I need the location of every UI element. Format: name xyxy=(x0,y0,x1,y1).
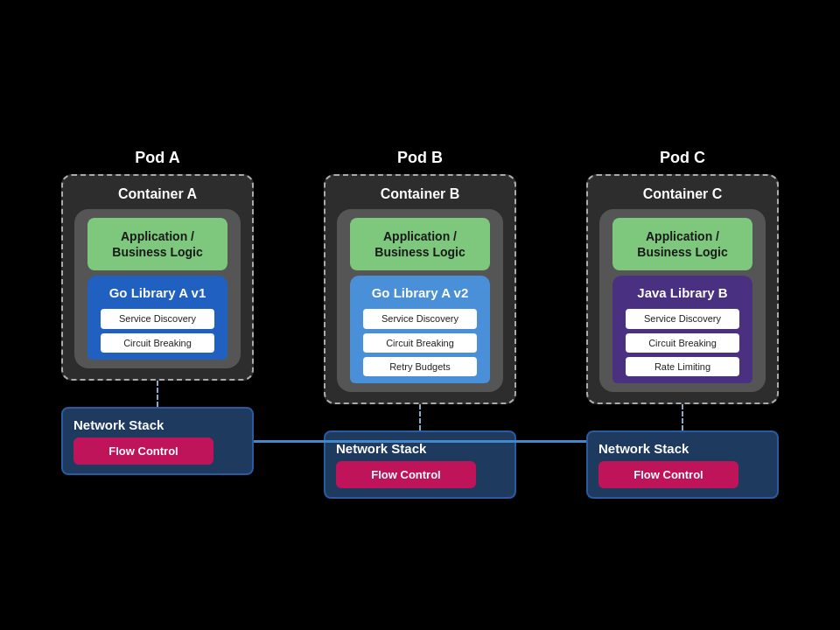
diagram: Pod A Container A Application / Business… xyxy=(26,131,814,500)
container-label-pod-c: Container C xyxy=(643,186,723,202)
pod-box-pod-a: Container A Application / Business Logic… xyxy=(61,174,254,381)
network-stack-label-pod-b: Network Stack xyxy=(336,441,426,456)
pod-pod-a: Pod A Container A Application / Business… xyxy=(26,149,289,475)
library-box-pod-c: Java Library B Service DiscoveryCircuit … xyxy=(612,276,752,383)
library-name-pod-b: Go Library A v2 xyxy=(372,284,469,302)
feature-pod-b-1: Circuit Breaking xyxy=(363,333,477,353)
flow-control-pod-b[interactable]: Flow Control xyxy=(336,461,476,488)
library-name-pod-a: Go Library A v1 xyxy=(109,284,206,302)
pod-pod-b: Pod B Container B Application / Business… xyxy=(289,149,551,500)
feature-pod-c-0: Service Discovery xyxy=(626,309,739,328)
network-stack-pod-c: Network Stack Flow Control xyxy=(586,430,779,499)
feature-pod-b-2: Retry Budgets xyxy=(363,357,477,376)
container-label-pod-b: Container B xyxy=(381,186,460,202)
container-box-pod-a: Application / Business Logic Go Library … xyxy=(74,209,241,368)
pod-label-pod-a: Pod A xyxy=(135,149,179,167)
network-stack-label-pod-a: Network Stack xyxy=(74,417,164,432)
feature-pod-a-0: Service Discovery xyxy=(101,309,214,328)
network-stack-pod-a: Network Stack Flow Control xyxy=(61,407,254,475)
pod-label-pod-b: Pod B xyxy=(397,149,443,167)
feature-pod-b-0: Service Discovery xyxy=(363,309,477,328)
dashed-connector-pod-c xyxy=(682,404,683,430)
app-logic-pod-a: Application / Business Logic xyxy=(88,218,228,270)
library-box-pod-a: Go Library A v1 Service DiscoveryCircuit… xyxy=(88,276,228,360)
dashed-connector-pod-b xyxy=(419,404,421,430)
dashed-connector-pod-a xyxy=(157,381,158,407)
feature-pod-a-1: Circuit Breaking xyxy=(101,333,214,353)
pod-box-pod-c: Container C Application / Business Logic… xyxy=(586,174,779,405)
app-logic-pod-b: Application / Business Logic xyxy=(350,218,490,270)
feature-pod-c-2: Rate Limiting xyxy=(626,357,739,376)
pod-box-pod-b: Container B Application / Business Logic… xyxy=(324,174,516,405)
flow-control-pod-c[interactable]: Flow Control xyxy=(598,461,738,488)
container-label-pod-a: Container A xyxy=(118,186,197,202)
pod-pod-c: Pod C Container C Application / Business… xyxy=(551,149,814,500)
flow-control-pod-a[interactable]: Flow Control xyxy=(74,438,214,465)
container-box-pod-b: Application / Business Logic Go Library … xyxy=(337,209,503,393)
pod-label-pod-c: Pod C xyxy=(660,149,705,167)
app-logic-pod-c: Application / Business Logic xyxy=(612,218,752,270)
network-stack-pod-b: Network Stack Flow Control xyxy=(324,430,516,499)
library-box-pod-b: Go Library A v2 Service DiscoveryCircuit… xyxy=(350,276,490,383)
feature-pod-c-1: Circuit Breaking xyxy=(626,333,739,353)
network-stack-label-pod-c: Network Stack xyxy=(598,441,689,456)
container-box-pod-c: Application / Business Logic Java Librar… xyxy=(599,209,766,393)
library-name-pod-c: Java Library B xyxy=(637,284,727,302)
